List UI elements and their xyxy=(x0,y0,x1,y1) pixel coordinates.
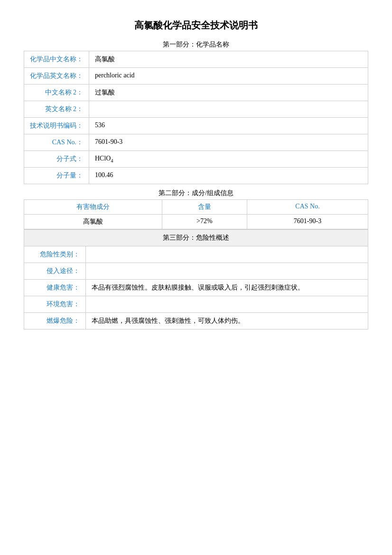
cell-value: >72% xyxy=(162,215,247,229)
field-value xyxy=(86,246,368,263)
section-title-row: 第三部分：危险性概述 xyxy=(24,230,368,246)
table-row: 分子式：HClO4 xyxy=(24,151,368,168)
field-value: HClO4 xyxy=(89,151,368,168)
part3-table: 第三部分：危险性概述危险性类别：侵入途径：健康危害：本品有强烈腐蚀性。皮肤粘膜接… xyxy=(24,229,368,329)
column-header: 有害物成分 xyxy=(24,200,162,215)
field-label: 分子量： xyxy=(24,168,89,184)
column-header: 含量 xyxy=(162,200,247,215)
field-label: CAS No.： xyxy=(24,134,89,151)
field-value: 100.46 xyxy=(89,168,368,184)
field-value: 536 xyxy=(89,118,368,134)
field-label: 危险性类别： xyxy=(24,246,86,263)
field-value: 本品助燃，具强腐蚀性、强刺激性，可致人体灼伤。 xyxy=(86,313,368,329)
field-label: 环境危害： xyxy=(24,296,86,313)
part2-table: 有害物成分含量CAS No.高氯酸>72%7601-90-3 xyxy=(24,199,368,229)
table-row: 化学品英文名称：perchloric acid xyxy=(24,68,368,85)
table-header-row: 有害物成分含量CAS No. xyxy=(24,200,368,215)
section2-header: 第二部分：成分/组成信息 xyxy=(24,189,368,198)
field-value: 7601-90-3 xyxy=(89,134,368,151)
table-row: 英文名称 2： xyxy=(24,101,368,118)
cell-value: 高氯酸 xyxy=(24,215,162,229)
section1-header: 第一部分：化学品名称 xyxy=(24,40,368,49)
cell-value: 7601-90-3 xyxy=(247,215,368,229)
table-row: 中文名称 2：过氯酸 xyxy=(24,85,368,101)
table-row: 高氯酸>72%7601-90-3 xyxy=(24,215,368,229)
table-row: 环境危害： xyxy=(24,296,368,313)
table-row: 健康危害：本品有强烈腐蚀性。皮肤粘膜接触、误服或吸入后，引起强烈刺激症状。 xyxy=(24,280,368,296)
field-label: 化学品中文名称： xyxy=(24,51,89,68)
table-row: 燃爆危险：本品助燃，具强腐蚀性、强刺激性，可致人体灼伤。 xyxy=(24,313,368,329)
part1-table: 化学品中文名称：高氯酸化学品英文名称：perchloric acid中文名称 2… xyxy=(24,51,368,184)
table-row: 危险性类别： xyxy=(24,246,368,263)
field-value: 高氯酸 xyxy=(89,51,368,68)
table-row: 分子量：100.46 xyxy=(24,168,368,184)
field-label: 技术说明书编码： xyxy=(24,118,89,134)
field-label: 中文名称 2： xyxy=(24,85,89,101)
table-row: 化学品中文名称：高氯酸 xyxy=(24,51,368,68)
field-value: 本品有强烈腐蚀性。皮肤粘膜接触、误服或吸入后，引起强烈刺激症状。 xyxy=(86,280,368,296)
field-value: perchloric acid xyxy=(89,68,368,85)
field-label: 英文名称 2： xyxy=(24,101,89,118)
section-title: 第三部分：危险性概述 xyxy=(24,230,368,246)
table-row: 侵入途径： xyxy=(24,263,368,280)
field-label: 侵入途径： xyxy=(24,263,86,280)
field-value xyxy=(89,101,368,118)
page-title: 高氯酸化学品安全技术说明书 xyxy=(24,19,368,32)
table-row: CAS No.：7601-90-3 xyxy=(24,134,368,151)
field-value xyxy=(86,296,368,313)
table-row: 技术说明书编码：536 xyxy=(24,118,368,134)
field-label: 化学品英文名称： xyxy=(24,68,89,85)
field-label: 分子式： xyxy=(24,151,89,168)
field-label: 燃爆危险： xyxy=(24,313,86,329)
field-label: 健康危害： xyxy=(24,280,86,296)
column-header: CAS No. xyxy=(247,200,368,215)
field-value: 过氯酸 xyxy=(89,85,368,101)
field-value xyxy=(86,263,368,280)
